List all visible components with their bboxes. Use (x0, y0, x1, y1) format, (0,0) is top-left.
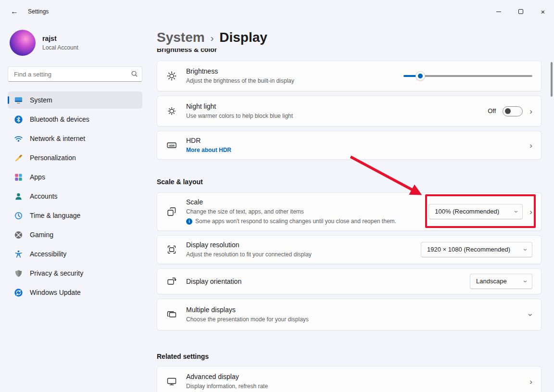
night-light-toggle[interactable] (503, 106, 523, 116)
section-heading-related-settings: Related settings (157, 352, 541, 361)
breadcrumb-separator-icon: › (211, 31, 214, 45)
chevron-down-icon: › (523, 280, 529, 283)
sidebar-item-label: Accessibility (30, 250, 66, 259)
resolution-subtitle: Adjust the resolution to fit your connec… (186, 251, 417, 258)
chevron-right-icon[interactable]: › (529, 107, 532, 115)
night-light-card[interactable]: Night light Use warmer colors to help bl… (157, 96, 541, 126)
brightness-slider-handle[interactable] (416, 72, 425, 80)
sidebar-item-system[interactable]: System (8, 91, 142, 109)
scrollbar-thumb[interactable] (551, 62, 553, 97)
app-title: Settings (28, 8, 49, 15)
night-light-subtitle: Use warmer colors to help block blue lig… (186, 112, 484, 120)
breadcrumb: System › Display (157, 28, 541, 47)
sidebar-item-label: Privacy & security (30, 269, 83, 278)
sidebar-item-personalization[interactable]: Personalization (8, 149, 142, 166)
resolution-dropdown[interactable]: 1920 × 1080 (Recommended) › (421, 242, 532, 257)
brush-icon (13, 153, 23, 163)
titlebar: ← Settings × (0, 0, 554, 23)
search-icon[interactable] (131, 70, 138, 80)
toggle-knob (505, 108, 511, 114)
chevron-right-icon[interactable]: › (529, 141, 532, 150)
orientation-dropdown[interactable]: Landscape › (470, 274, 532, 289)
sidebar-item-label: Time & language (30, 211, 80, 220)
clock-icon (13, 211, 23, 220)
sidebar-nav: System Bluetooth & devices Network & int… (8, 90, 142, 302)
brightness-card: Brightness Adjust the brightness of the … (157, 61, 541, 91)
minimize-button[interactable] (488, 0, 510, 23)
sidebar-item-label: Personalization (30, 153, 76, 163)
sidebar-item-windows-update[interactable]: Windows Update (8, 284, 142, 301)
brightness-subtitle: Adjust the brightness of the built-in di… (186, 77, 400, 85)
night-light-state: Off (488, 107, 496, 115)
multiple-displays-card[interactable]: Multiple displays Choose the presentatio… (157, 299, 541, 330)
wifi-icon (13, 134, 23, 143)
breadcrumb-parent[interactable]: System (157, 28, 205, 47)
accessibility-icon (13, 249, 23, 259)
advanced-display-title: Advanced display (186, 372, 526, 381)
close-button[interactable]: × (532, 0, 554, 23)
hdr-more-link[interactable]: More about HDR (186, 146, 231, 154)
minimize-icon (496, 12, 501, 12)
scale-dropdown-value: 100% (Recommended) (435, 207, 499, 216)
xbox-icon (13, 230, 23, 240)
user-profile[interactable]: rajst Local Account (10, 30, 142, 56)
multiple-displays-icon (157, 309, 186, 320)
sidebar: rajst Local Account System Bl (0, 23, 150, 392)
sidebar-item-privacy-security[interactable]: Privacy & security (8, 265, 142, 282)
hdr-title: HDR (186, 136, 526, 145)
scale-title: Scale (186, 198, 425, 207)
search-input[interactable] (8, 66, 142, 82)
scale-note: Some apps won't respond to scaling chang… (195, 217, 396, 225)
chevron-down-icon[interactable]: › (527, 313, 535, 316)
avatar (10, 30, 36, 56)
back-icon: ← (11, 7, 18, 15)
chevron-down-icon: › (523, 249, 529, 251)
user-name: rajst (42, 34, 78, 43)
sidebar-item-gaming[interactable]: Gaming (8, 226, 142, 243)
resolution-dropdown-value: 1920 × 1080 (Recommended) (427, 245, 510, 254)
brightness-slider[interactable] (403, 71, 532, 81)
advanced-display-icon (157, 376, 186, 387)
maximize-button[interactable] (510, 0, 532, 23)
chevron-right-icon[interactable]: › (529, 208, 532, 216)
svg-text:HDR: HDR (169, 144, 175, 147)
hdr-card[interactable]: HDR HDR More about HDR › (157, 131, 541, 160)
bluetooth-icon (13, 114, 23, 124)
scale-icon (157, 206, 186, 217)
advanced-display-card[interactable]: Advanced display Display information, re… (157, 366, 541, 392)
multiple-displays-title: Multiple displays (186, 305, 526, 315)
sidebar-item-network-internet[interactable]: Network & internet (8, 130, 142, 147)
sidebar-item-label: Gaming (30, 230, 53, 240)
sidebar-item-apps[interactable]: Apps (8, 168, 142, 186)
maximize-icon (518, 9, 523, 14)
user-account-type: Local Account (42, 44, 78, 51)
section-heading-scale-layout: Scale & layout (157, 177, 541, 187)
section-heading-brightness-color: Brightness & color (157, 49, 541, 55)
sidebar-item-time-language[interactable]: Time & language (8, 207, 142, 224)
brightness-title: Brightness (186, 67, 400, 76)
sidebar-item-bluetooth-devices[interactable]: Bluetooth & devices (8, 111, 142, 128)
close-icon: × (541, 8, 545, 16)
night-light-icon (157, 106, 186, 116)
chevron-right-icon[interactable]: › (529, 378, 532, 386)
sidebar-item-label: Accounts (30, 192, 58, 201)
resolution-icon (157, 244, 186, 255)
advanced-display-subtitle: Display information, refresh rate (186, 382, 526, 390)
scale-card[interactable]: Scale Change the size of text, apps, and… (157, 192, 541, 231)
orientation-title: Display orientation (186, 277, 466, 286)
night-light-title: Night light (186, 102, 484, 111)
sidebar-item-accessibility[interactable]: Accessibility (8, 245, 142, 263)
scale-dropdown[interactable]: 100% (Recommended) › (428, 204, 523, 219)
chevron-down-icon: › (513, 211, 520, 213)
orientation-icon (157, 276, 186, 287)
selected-indicator (8, 96, 9, 104)
scale-subtitle: Change the size of text, apps, and other… (186, 208, 425, 215)
apps-grid-icon (13, 172, 23, 182)
resolution-title: Display resolution (186, 240, 417, 250)
main-content: System › Display Brightness & color Brig… (150, 23, 554, 392)
sidebar-item-accounts[interactable]: Accounts (8, 188, 142, 205)
brightness-icon (157, 71, 186, 81)
page-title: Display (219, 28, 267, 47)
multiple-displays-subtitle: Choose the presentation mode for your di… (186, 316, 526, 323)
back-button[interactable]: ← (7, 4, 22, 19)
